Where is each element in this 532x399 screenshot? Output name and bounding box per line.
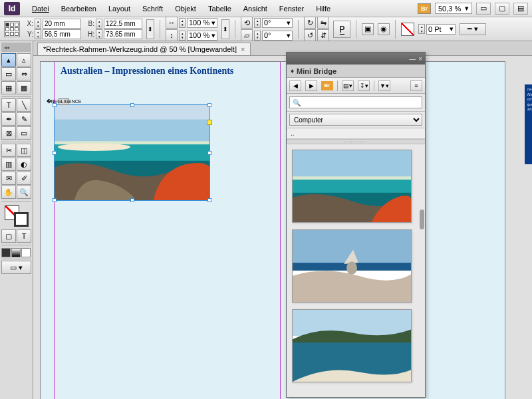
scissors-tool[interactable]: ✂ bbox=[1, 144, 16, 157]
stroke-color-swatch[interactable] bbox=[14, 212, 29, 227]
gradient-swatch-tool[interactable]: ▥ bbox=[1, 158, 16, 171]
mb-splitter[interactable]: :::::::::: bbox=[287, 139, 425, 144]
toolbox-grip[interactable]: ◂◂ bbox=[1, 43, 31, 52]
resize-handle[interactable] bbox=[207, 151, 211, 155]
zoom-tool[interactable]: 🔍 bbox=[17, 186, 31, 199]
panel-collapse-icon[interactable]: — bbox=[409, 55, 416, 63]
pen-tool[interactable]: ✒ bbox=[1, 112, 16, 126]
height-field[interactable]: 73,65 mm bbox=[104, 29, 142, 39]
mini-bridge-panel[interactable]: — × ♦ Mini Bridge ◀ ▶ Br ▤▾ ↧▾ ▼▾ ≡ Comp… bbox=[286, 52, 426, 398]
y-spinner[interactable]: ▴▾ bbox=[35, 29, 41, 39]
mb-path-select[interactable]: Computer bbox=[289, 114, 422, 126]
content-placer-tool[interactable]: ▩ bbox=[17, 81, 31, 94]
arrange-documents-icon[interactable]: ▤ bbox=[513, 3, 528, 15]
pencil-tool[interactable]: ✎ bbox=[17, 112, 31, 126]
y-field[interactable]: 56,5 mm bbox=[43, 29, 81, 39]
resize-handle[interactable] bbox=[130, 103, 134, 107]
rotate-field[interactable]: 0°▾ bbox=[262, 18, 293, 28]
rectangle-tool[interactable]: ▭ bbox=[17, 126, 31, 140]
constrain-scale-icon[interactable]: ⬍ bbox=[221, 19, 229, 39]
apply-color-mode[interactable] bbox=[1, 248, 11, 257]
reference-point-selector[interactable] bbox=[4, 21, 20, 37]
menu-ansicht[interactable]: Ansicht bbox=[238, 2, 273, 15]
hand-tool[interactable]: ✋ bbox=[1, 186, 16, 199]
resize-handle[interactable] bbox=[130, 198, 134, 202]
scale-y-field[interactable]: 100 %▾ bbox=[187, 31, 217, 41]
menu-schrift[interactable]: Schrift bbox=[137, 2, 168, 15]
mb-view-button[interactable]: ▤▾ bbox=[342, 80, 354, 91]
constrain-wh-icon[interactable]: ⬍ bbox=[146, 19, 154, 39]
h-spinner[interactable]: ▴▾ bbox=[96, 29, 102, 39]
resize-handle[interactable] bbox=[53, 198, 57, 202]
apply-none-mode[interactable] bbox=[21, 248, 31, 257]
direct-selection-tool[interactable]: ▵ bbox=[17, 53, 31, 66]
x-field[interactable]: 20 mm bbox=[43, 19, 81, 29]
fill-stroke-swatches[interactable] bbox=[3, 204, 30, 228]
rectangle-frame-tool[interactable]: ⊠ bbox=[1, 126, 16, 140]
x-spinner[interactable]: ▴▾ bbox=[35, 19, 41, 29]
menu-objekt[interactable]: Objekt bbox=[170, 2, 201, 15]
mb-search-input[interactable] bbox=[289, 96, 422, 108]
resize-handle[interactable] bbox=[53, 151, 57, 155]
gradient-feather-tool[interactable]: ◐ bbox=[17, 158, 31, 171]
rotate-cw-icon[interactable]: ↻ bbox=[304, 17, 316, 29]
mb-filter-button[interactable]: ▼▾ bbox=[378, 80, 390, 91]
apply-text-icon[interactable]: T bbox=[17, 229, 31, 243]
note-tool[interactable]: ✉ bbox=[1, 172, 16, 185]
view-options-icon[interactable]: ▭ bbox=[476, 3, 491, 15]
mb-scrollbar-thumb[interactable] bbox=[420, 209, 424, 229]
stroke-weight-field[interactable]: 0 Pt▾ bbox=[426, 24, 456, 35]
line-tool[interactable]: ╲ bbox=[17, 98, 31, 112]
select-content-icon[interactable]: ◉ bbox=[378, 23, 390, 35]
stroke-weight-spinner[interactable]: ▴▾ bbox=[418, 24, 425, 34]
zoom-level-field[interactable]: 50,3 %▾ bbox=[435, 3, 472, 14]
mb-breadcrumb[interactable]: .. bbox=[287, 128, 425, 139]
document-tab[interactable]: *Rechteck-Rahmen-Werkzeug.indd @ 50 % [U… bbox=[37, 43, 251, 55]
free-transform-tool[interactable]: ◫ bbox=[17, 144, 31, 157]
mb-sort-button[interactable]: ↧▾ bbox=[358, 80, 370, 91]
resize-handle[interactable] bbox=[207, 198, 211, 202]
fill-swatch[interactable] bbox=[401, 23, 414, 36]
menu-bearbeiten[interactable]: Bearbeiten bbox=[56, 2, 102, 15]
rotate-ccw-icon[interactable]: ↺ bbox=[304, 29, 316, 41]
mb-back-button[interactable]: ◀ bbox=[289, 80, 301, 91]
selection-tool[interactable]: ▴ bbox=[1, 53, 16, 66]
flip-h-icon[interactable]: ⇋ bbox=[317, 17, 329, 29]
mb-bridge-button[interactable]: Br bbox=[321, 81, 333, 90]
menu-tabelle[interactable]: Tabelle bbox=[203, 2, 237, 15]
mb-thumbnail[interactable] bbox=[292, 150, 412, 223]
menu-hilfe[interactable]: Hilfe bbox=[311, 2, 336, 15]
live-corner-widget[interactable] bbox=[207, 120, 212, 125]
shear-field[interactable]: 0°▾ bbox=[262, 31, 293, 41]
eyedropper-tool[interactable]: ✐ bbox=[17, 172, 31, 185]
gap-tool[interactable]: ⇔ bbox=[17, 67, 31, 80]
menu-layout[interactable]: Layout bbox=[103, 2, 136, 15]
mb-thumbnail[interactable] bbox=[292, 309, 412, 382]
panel-close-icon[interactable]: × bbox=[418, 55, 422, 63]
mb-menu-button[interactable]: ≡ bbox=[410, 80, 422, 91]
w-spinner[interactable]: ▴▾ bbox=[96, 19, 102, 29]
scale-x-field[interactable]: 100 %▾ bbox=[187, 18, 217, 28]
flip-v-icon[interactable]: ⇵ bbox=[317, 29, 329, 41]
document-page[interactable]: Australien – Impressionen eines Kontinen… bbox=[40, 61, 505, 399]
resize-handle[interactable] bbox=[207, 103, 211, 107]
stroke-style-dropdown[interactable]: ━ ▾ bbox=[460, 23, 486, 35]
close-tab-icon[interactable]: × bbox=[241, 45, 245, 53]
mb-forward-button[interactable]: ▶ bbox=[305, 80, 317, 91]
panel-tab[interactable]: ♦ Mini Bridge bbox=[287, 65, 425, 78]
menu-datei[interactable]: Datei bbox=[27, 2, 55, 15]
mb-thumbnail-list[interactable] bbox=[287, 144, 425, 397]
apply-container-icon[interactable]: ▢ bbox=[1, 229, 16, 243]
content-collector-tool[interactable]: ▦ bbox=[1, 81, 16, 94]
width-field[interactable]: 122,5 mm bbox=[104, 19, 142, 29]
selected-image-frame[interactable]: �NEGLIGENCE bbox=[54, 104, 210, 201]
screen-mode-icon[interactable]: ▢ bbox=[495, 3, 509, 15]
mb-thumbnail[interactable] bbox=[292, 229, 412, 303]
canvas-area[interactable]: *Rechteck-Rahmen-Werkzeug.indd @ 50 % [U… bbox=[33, 41, 532, 399]
select-container-icon[interactable]: ▣ bbox=[362, 23, 374, 35]
page-tool[interactable]: ▭ bbox=[1, 67, 16, 80]
menu-fenster[interactable]: Fenster bbox=[274, 2, 309, 15]
type-tool[interactable]: T bbox=[1, 98, 16, 112]
screen-mode-normal[interactable]: ▭ ▾ bbox=[1, 261, 31, 274]
bridge-button[interactable]: Br bbox=[418, 3, 431, 14]
